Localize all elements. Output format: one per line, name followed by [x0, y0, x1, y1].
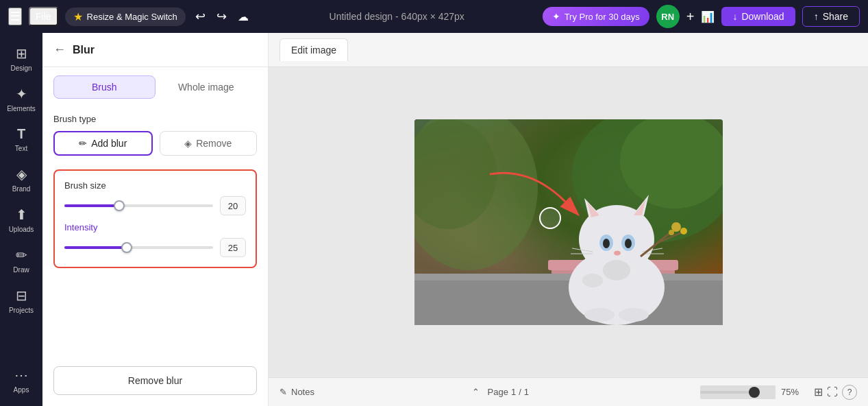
- magic-star-icon: ★: [73, 10, 83, 23]
- draw-icon: ✏: [16, 247, 27, 263]
- redo-button[interactable]: ↪: [214, 6, 230, 27]
- zoom-fill: [700, 391, 754, 394]
- svg-point-18: [614, 251, 621, 256]
- uploads-icon: ⬆: [16, 206, 27, 223]
- notes-button[interactable]: ✎ Notes: [280, 387, 314, 397]
- page-slider-container: 75%: [700, 385, 807, 399]
- brush-size-slider[interactable]: [64, 199, 213, 213]
- cloud-save-button[interactable]: ☁: [235, 8, 251, 26]
- avatar[interactable]: RN: [656, 5, 680, 28]
- grid-view-button[interactable]: ⊞: [814, 385, 823, 398]
- add-button[interactable]: +: [686, 9, 695, 25]
- share-label: Share: [823, 11, 848, 22]
- expand-button[interactable]: ⛶: [827, 386, 838, 398]
- blur-tabs: Brush Whole image: [42, 67, 268, 107]
- try-pro-button[interactable]: ✦ Try Pro for 30 days: [543, 7, 649, 26]
- intensity-fill: [64, 246, 127, 249]
- download-button[interactable]: ↓ Download: [721, 7, 795, 26]
- notes-icon: ✎: [280, 387, 287, 397]
- sidebar-item-apps[interactable]: ⋯ Apps: [3, 361, 40, 399]
- zoom-label: 75%: [781, 387, 807, 397]
- page-total: 1: [524, 387, 529, 397]
- sidebar-item-brand[interactable]: ◈ Brand: [3, 160, 40, 198]
- share-icon: ↑: [814, 11, 819, 22]
- pencil-icon: ✏: [79, 138, 87, 149]
- tab-brush[interactable]: Brush: [53, 75, 156, 99]
- zoom-thumb[interactable]: [749, 387, 760, 398]
- canvas-wrapper[interactable]: [269, 67, 868, 377]
- sidebar-item-draw[interactable]: ✏ Draw: [3, 241, 40, 279]
- pages-info: ⌃ Page 1 / 1: [472, 387, 529, 397]
- svg-rect-6: [414, 277, 723, 325]
- sidebar-item-label-projects: Projects: [9, 307, 34, 314]
- intensity-row: Intensity 25: [64, 222, 246, 257]
- svg-rect-7: [414, 274, 723, 280]
- analytics-button[interactable]: 📊: [701, 10, 715, 23]
- intensity-thumb[interactable]: [121, 242, 132, 253]
- remove-blur-button[interactable]: Remove blur: [53, 366, 257, 395]
- brush-type-section: Brush type ✏ Add blur ◈ Remove: [42, 107, 268, 163]
- add-blur-label: Add blur: [91, 138, 127, 149]
- main-layout: ⊞ Design ✦ Elements T Text ◈ Brand ⬆ Upl…: [0, 33, 868, 406]
- blur-panel: ← Blur Brush Whole image Brush type ✏ Ad…: [42, 33, 269, 406]
- page-current: 1: [511, 387, 516, 397]
- sidebar-item-label-elements: Elements: [7, 105, 36, 112]
- brush-size-thumb[interactable]: [114, 200, 125, 211]
- add-blur-button[interactable]: ✏ Add blur: [53, 131, 153, 156]
- sidebar-item-text[interactable]: T Text: [3, 121, 40, 158]
- page-separator: /: [519, 387, 521, 397]
- view-buttons: ⊞ ⛶ ?: [814, 385, 857, 400]
- svg-point-16: [603, 239, 610, 248]
- sidebar-item-uploads[interactable]: ⬆ Uploads: [3, 201, 40, 239]
- sidebar-item-label-apps: Apps: [14, 386, 29, 394]
- bottom-bar: ✎ Notes ⌃ Page 1 / 1 75% ⊞: [269, 377, 868, 406]
- magic-switch-label: Resize & Magic Switch: [87, 12, 177, 22]
- cat-image: [414, 119, 723, 325]
- svg-point-29: [582, 274, 603, 287]
- sidebar-item-label-uploads: Uploads: [9, 226, 34, 233]
- brush-type-label: Brush type: [53, 114, 257, 124]
- sparkle-icon: ✦: [552, 11, 560, 22]
- notes-label: Notes: [291, 387, 314, 397]
- download-icon: ↓: [732, 11, 737, 22]
- intensity-label: Intensity: [64, 222, 246, 232]
- svg-point-30: [584, 308, 615, 322]
- brush-size-value[interactable]: 20: [220, 196, 246, 215]
- eraser-icon: ◈: [184, 138, 192, 149]
- tab-whole-image[interactable]: Whole image: [156, 75, 258, 99]
- remove-brush-button[interactable]: ◈ Remove: [160, 131, 258, 156]
- svg-point-17: [625, 239, 632, 248]
- sidebar-item-label-design: Design: [10, 64, 32, 72]
- topbar-actions: ↩ ↪ ☁: [193, 6, 251, 27]
- help-button[interactable]: ?: [842, 385, 857, 400]
- chevron-up-icon[interactable]: ⌃: [472, 387, 480, 397]
- intensity-slider-row: 25: [64, 238, 246, 257]
- undo-button[interactable]: ↩: [193, 6, 208, 27]
- brush-type-buttons: ✏ Add blur ◈ Remove: [53, 131, 257, 156]
- panel-header: ← Blur: [42, 33, 268, 67]
- back-button[interactable]: ←: [53, 43, 66, 57]
- brush-size-fill: [64, 204, 119, 207]
- svg-point-28: [603, 260, 630, 280]
- canvas-area: Edit image: [269, 33, 868, 406]
- svg-point-31: [619, 308, 649, 322]
- svg-point-27: [669, 230, 674, 235]
- design-icon: ⊞: [16, 45, 27, 62]
- intensity-value[interactable]: 25: [220, 238, 246, 257]
- projects-icon: ⊟: [16, 287, 27, 304]
- menu-icon[interactable]: ☰: [8, 8, 22, 25]
- sidebar-item-design[interactable]: ⊞ Design: [3, 40, 40, 77]
- sidebar-item-elements[interactable]: ✦ Elements: [3, 80, 40, 118]
- download-label: Download: [741, 11, 784, 22]
- zoom-slider[interactable]: [700, 385, 776, 399]
- share-button[interactable]: ↑ Share: [802, 6, 860, 27]
- edit-image-tab[interactable]: Edit image: [280, 38, 348, 61]
- magic-switch-button[interactable]: ★ Resize & Magic Switch: [65, 8, 186, 26]
- sidebar-item-label-draw: Draw: [13, 266, 29, 274]
- brush-size-slider-row: 20: [64, 196, 246, 215]
- try-pro-label: Try Pro for 30 days: [565, 12, 640, 22]
- intensity-slider[interactable]: [64, 241, 213, 254]
- file-button[interactable]: File: [29, 7, 58, 26]
- sidebar-item-label-brand: Brand: [12, 185, 31, 193]
- sidebar-item-projects[interactable]: ⊟ Projects: [3, 282, 40, 320]
